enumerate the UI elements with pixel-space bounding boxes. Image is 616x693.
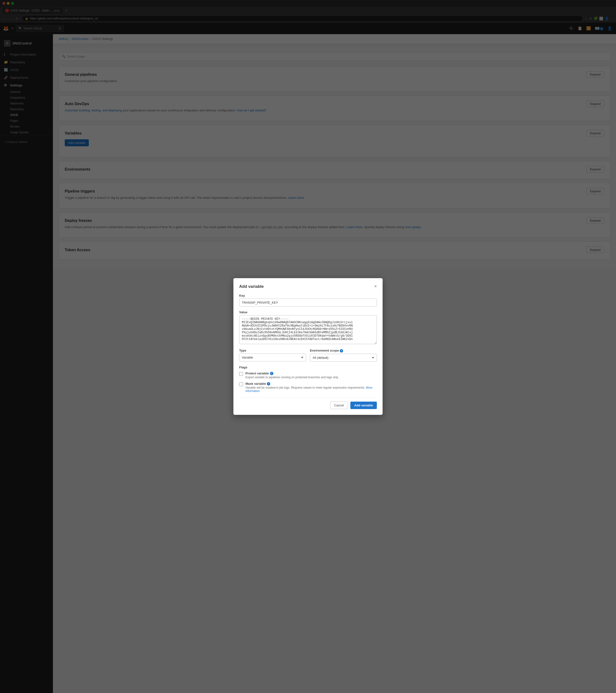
mask-variable-flag: Mask variable ? Variable will be masked … xyxy=(239,382,377,393)
type-field-col: Type Variable File xyxy=(239,349,306,362)
protect-variable-flag: Protect variable ? Export variable to pi… xyxy=(239,372,377,379)
modal-header: Add variable × xyxy=(239,284,377,289)
cancel-button[interactable]: Cancel xyxy=(330,402,348,409)
env-scope-select[interactable]: All (default) Production Staging xyxy=(310,354,377,362)
value-label: Value xyxy=(239,311,377,314)
value-field-group: Value -----BEGIN PRIVATE KEY----- MIIEvQ… xyxy=(239,311,377,345)
env-scope-help-icon[interactable]: ? xyxy=(340,349,343,353)
key-label: Key xyxy=(239,294,377,297)
add-variable-modal: Add variable × Key Value -----BEGIN PRIV… xyxy=(233,278,383,415)
protect-help-icon[interactable]: ? xyxy=(270,372,273,375)
protect-variable-content: Protect variable ? Export variable to pi… xyxy=(245,372,339,379)
mask-variable-checkbox[interactable] xyxy=(239,382,243,386)
key-input[interactable] xyxy=(239,299,377,306)
type-label: Type xyxy=(239,349,306,352)
type-select[interactable]: Variable File xyxy=(239,354,306,361)
modal-title: Add variable xyxy=(239,284,264,289)
flags-title: Flags xyxy=(239,365,377,369)
mask-variable-label: Mask variable ? xyxy=(245,382,377,385)
mask-variable-content: Mask variable ? Variable will be masked … xyxy=(245,382,377,393)
mask-variable-desc: Variable will be masked in job logs. Req… xyxy=(245,386,377,393)
mask-help-icon[interactable]: ? xyxy=(267,382,270,385)
flags-section: Flags Protect variable ? Export variable… xyxy=(239,365,377,393)
env-scope-col: Environment scope ? All (default) Produc… xyxy=(310,349,377,362)
value-textarea[interactable]: -----BEGIN PRIVATE KEY----- MIIEvQIBADAN… xyxy=(239,315,377,344)
protect-variable-label: Protect variable ? xyxy=(245,372,339,375)
protect-variable-desc: Export variable to pipelines running on … xyxy=(245,376,339,379)
type-env-row: Type Variable File Environment scope ? A… xyxy=(239,349,377,362)
modal-actions: Cancel Add variable xyxy=(239,397,377,409)
modal-overlay[interactable]: Add variable × Key Value -----BEGIN PRIV… xyxy=(0,0,616,693)
key-field-group: Key xyxy=(239,294,377,306)
modal-close-button[interactable]: × xyxy=(374,284,377,289)
env-scope-label: Environment scope ? xyxy=(310,349,377,353)
protect-variable-checkbox[interactable] xyxy=(239,372,243,376)
add-variable-submit-button[interactable]: Add variable xyxy=(350,402,377,409)
